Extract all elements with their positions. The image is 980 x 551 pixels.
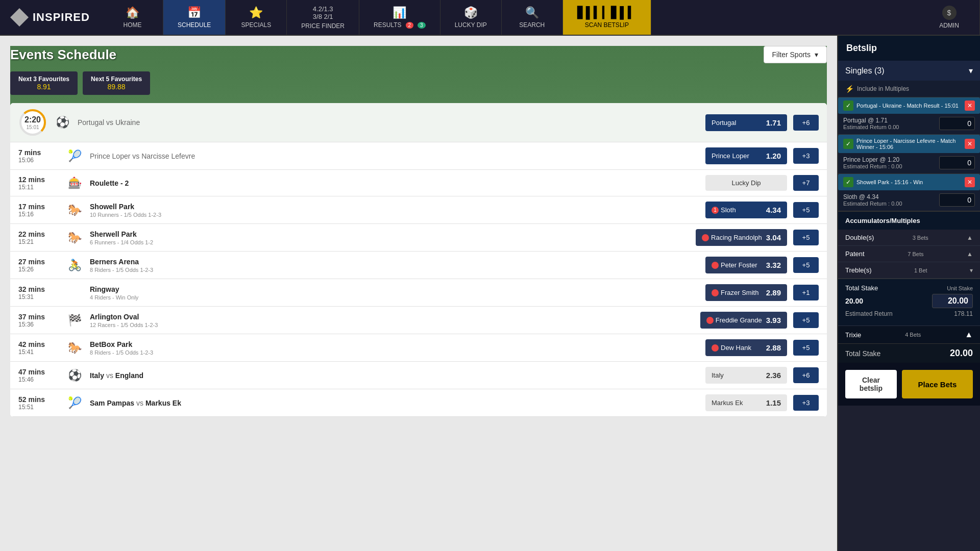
event-info: Showell Park 10 Runners - 1/5 Odds 1-2-3 <box>90 203 699 218</box>
nav-schedule-label: SCHEDULE <box>178 21 211 29</box>
bet-estimated-return: Estimated Return 0.00 <box>843 124 899 130</box>
odds: 4.34 <box>766 206 781 214</box>
event-teams: Arlington Oval <box>90 313 694 321</box>
bet-button-freddie-grande[interactable]: Freddie Grande 3.93 <box>700 312 787 329</box>
singles-accordion[interactable]: Singles (3) ▾ <box>838 61 980 81</box>
bet-button-markus-ek[interactable]: Markus Ek 1.15 <box>705 394 787 411</box>
app-logo: INSPIRED <box>0 0 102 35</box>
nav-specials[interactable]: ⭐ SPECIALS <box>226 0 287 35</box>
events-list: 2:20 15:01 ⚽ Portugal vs Ukraine Portuga… <box>10 103 827 417</box>
bet-button-lucky-dip[interactable]: Lucky Dip <box>705 175 787 191</box>
specials-icon: ⭐ <box>249 6 263 19</box>
next-3-favourites-button[interactable]: Next 3 Favourites 8.91 <box>10 71 78 95</box>
trixie-bets: 4 Bets <box>905 332 921 338</box>
doubles-row[interactable]: Double(s) 3 Bets ▲ <box>838 230 980 246</box>
more-bets-button[interactable]: +5 <box>793 230 819 245</box>
bet-stake-input[interactable] <box>939 156 975 169</box>
bet-button-frazer-smith[interactable]: Frazer Smith 2.89 <box>705 284 787 301</box>
bet-stake-input[interactable] <box>939 117 975 130</box>
event-sub: 8 Riders - 1/5 Odds 1-2-3 <box>90 349 699 356</box>
event-info: Sam Pampas vs Markus Ek <box>90 399 699 407</box>
bet-button-sloth[interactable]: 1 Sloth 4.34 <box>705 202 787 218</box>
include-multiples-toggle[interactable]: ⚡ Include in Multiples <box>838 81 980 97</box>
bet-button-peter-foster[interactable]: Peter Foster 3.32 <box>705 257 787 273</box>
more-bets-button[interactable]: +5 <box>793 202 819 218</box>
event-clock: 15:21 <box>18 238 59 245</box>
bet-estimated-return: Estimated Return : 0.00 <box>843 201 902 207</box>
singles-chevron-icon: ▾ <box>969 66 973 76</box>
nav-search[interactable]: 🔍 SEARCH <box>502 0 563 35</box>
more-bets-button[interactable]: +5 <box>793 257 819 273</box>
event-teams: Sam Pampas vs Markus Ek <box>90 399 699 407</box>
bet-item-checkbox[interactable]: ✓ <box>843 101 853 111</box>
more-bets-button[interactable]: +7 <box>793 175 819 191</box>
odds: 2.89 <box>766 288 781 297</box>
nav-results[interactable]: 📊 RESULTS 2 3 <box>359 0 440 35</box>
nav-admin[interactable]: $ ADMIN <box>919 0 980 35</box>
bet-button-prince-loper[interactable]: Prince Loper 1.20 <box>705 147 787 164</box>
clear-betslip-button[interactable]: Clear betslip <box>845 370 897 398</box>
table-row: 37 mins 15:36 🏁 Arlington Oval 12 Racers… <box>10 307 827 334</box>
bet-button-dew-hank[interactable]: Dew Hank 2.88 <box>705 339 787 356</box>
event-time-block: 42 mins 15:41 <box>18 340 59 356</box>
event-clock: 15:31 <box>18 293 59 300</box>
bet-button-racing-randolph[interactable]: Racing Randolph 3.04 <box>696 229 787 246</box>
badge <box>706 317 714 324</box>
nav-price-finder-label: PRICE FINDER <box>301 22 345 30</box>
nav-lucky-dip[interactable]: 🎲 LUCKY DIP <box>440 0 502 35</box>
nav-search-label: SEARCH <box>519 21 545 29</box>
more-bets-button[interactable]: +1 <box>793 285 819 300</box>
bet-item-checkbox[interactable]: ✓ <box>843 177 853 187</box>
bet-odds-label: Portugal @ 1.71 <box>843 117 899 124</box>
badge <box>702 234 709 241</box>
table-row: 22 mins 15:21 🐎 Sherwell Park 6 Runners … <box>10 224 827 252</box>
next-5-favourites-button[interactable]: Next 5 Favourites 89.88 <box>83 71 150 95</box>
bet-stake-input[interactable] <box>939 193 975 207</box>
more-bets-button[interactable]: +5 <box>793 340 819 356</box>
nav-price-finder[interactable]: 4.2/1.33/8 2/1 PRICE FINDER <box>287 0 359 35</box>
bet-item-header: ✓ Prince Loper - Narcisse Lefevre - Matc… <box>838 135 980 153</box>
odds: 1.20 <box>766 152 781 160</box>
bet-button-portugal[interactable]: Portugal 1.71 <box>705 114 787 131</box>
bet-button-italy[interactable]: Italy 2.36 <box>705 367 787 384</box>
home-icon: 🏠 <box>126 6 139 19</box>
bet-item-details: Portugal @ 1.71 Estimated Return 0.00 <box>838 114 980 134</box>
unit-stake-input[interactable] <box>932 294 973 308</box>
events-background: Events Schedule Filter Sports ▾ Next 3 F… <box>10 46 827 541</box>
runner-name: Markus Ek <box>712 399 743 407</box>
doubles-bets: 3 Bets <box>913 235 928 241</box>
doubles-label: Double(s) <box>845 234 874 241</box>
nav-scan-betslip[interactable]: ▋▌▍▎▋▌▍ SCAN BETSLIP <box>563 0 651 35</box>
event-mins: 27 mins <box>18 258 59 266</box>
event-sub: 8 Riders - 1/5 Odds 1-2-3 <box>90 267 699 273</box>
place-bets-button[interactable]: Place Bets <box>902 370 973 398</box>
trixie-row[interactable]: Trixie 4 Bets ▲ <box>838 325 980 343</box>
more-bets-button[interactable]: +3 <box>793 148 819 164</box>
lucky-dip-icon: 🎲 <box>464 6 478 19</box>
bet-item-checkbox[interactable]: ✓ <box>843 139 853 149</box>
filter-sports-button[interactable]: Filter Sports ▾ <box>764 46 827 63</box>
bet-item-remove-button[interactable]: ✕ <box>965 101 975 111</box>
badge <box>712 262 719 269</box>
patent-row[interactable]: Patent 7 Bets ▲ <box>838 246 980 262</box>
more-bets-button[interactable]: +6 <box>793 367 819 383</box>
nav-home[interactable]: 🏠 HOME <box>102 0 163 35</box>
bet-odds-label: Prince Loper @ 1.20 <box>843 156 902 163</box>
bet-item-remove-button[interactable]: ✕ <box>965 177 975 187</box>
more-bets-button[interactable]: +5 <box>793 312 819 328</box>
event-sport-icon: 🎰 <box>65 177 84 190</box>
favourites-row: Next 3 Favourites 8.91 Next 5 Favourites… <box>10 71 827 95</box>
event-clock: 15:11 <box>18 184 59 191</box>
more-bets-button[interactable]: +6 <box>793 115 819 131</box>
odds: 1.15 <box>766 398 781 407</box>
bet-item-details: Sloth @ 4.34 Estimated Return : 0.00 <box>838 190 980 211</box>
bet-item-remove-button[interactable]: ✕ <box>965 139 975 149</box>
trebles-row[interactable]: Treble(s) 1 Bet ▾ <box>838 262 980 279</box>
event-clock: 15:16 <box>18 211 59 218</box>
nav-schedule[interactable]: 📅 SCHEDULE <box>163 0 226 35</box>
more-bets-button[interactable]: +3 <box>793 395 819 411</box>
bet-item-details: Prince Loper @ 1.20 Estimated Return : 0… <box>838 153 980 173</box>
search-icon: 🔍 <box>525 6 539 19</box>
total-stake-row: Total Stake Unit Stake <box>845 284 973 292</box>
patent-bets: 7 Bets <box>908 251 923 257</box>
